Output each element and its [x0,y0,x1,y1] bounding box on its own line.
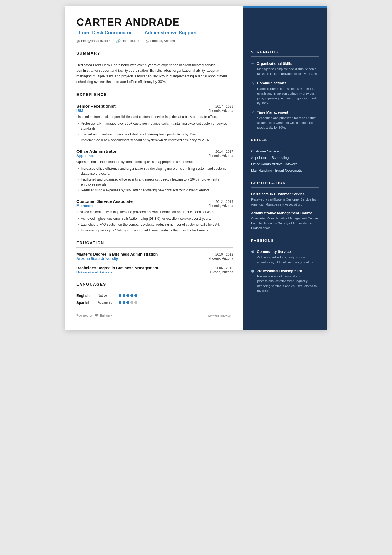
footer-brand: Enhancv [100,314,112,317]
dot [134,294,137,297]
strengths-section: STRENGTHS ✏ Organizational Skills Manage… [251,50,319,130]
passion-desc-2: Passionate about personal and profession… [251,274,319,293]
experience-section: EXPERIENCE Senior Receptionist 2017 - 20… [76,92,233,233]
skill-item-3: Office Administrative Software · [251,162,319,167]
strength-item-2: ☆ Communications Handled clients profess… [251,81,319,106]
job-entry-3: Customer Service Associate 2012 - 2014 M… [76,199,233,233]
passion-title-1: Community Service [257,250,291,254]
edu-location-2: Tucson, Arizona [209,270,233,274]
strength-item-1: ✏ Organizational Skills Managed to compl… [251,61,319,77]
passion-header-1: ☯ Community Service [251,250,319,254]
summary-section: SUMMARY Dedicated Front Desk Coordinator… [76,51,233,85]
passion-title-2: Professional Development [257,269,302,273]
cert-title-1: Certificate in Customer Service [251,192,319,196]
lang-name-1: English [76,293,93,298]
job-header-1: Senior Receptionist 2017 - 2021 [76,104,233,108]
bullet: Facilitated and organized office events … [76,177,233,187]
dot [119,294,121,297]
job-header-2: Office Administrator 2014 - 2017 [76,149,233,154]
job-location-1: Phoenix, Arizona [208,109,233,113]
languages-section: LANGUAGES English Native Spanish Advance… [76,282,233,305]
job-dates-1: 2017 - 2021 [215,105,233,108]
footer-website: www.enhancv.com [208,314,233,317]
languages-title: LANGUAGES [76,282,233,287]
certification-divider [251,187,319,188]
dot [126,301,129,304]
edu-header-1: Master's Degree in Business Administrati… [76,252,233,256]
edu-sub-2: University of Arizona Tucson, Arizona [76,270,233,274]
title-right: Administrative Support [145,30,197,35]
pencil-icon: ✏ [251,61,254,66]
bullet: Reduced supply expenses by 20% after neg… [76,188,233,193]
resume-wrapper: CARTER ANDRADE Front Desk Coordinator | … [65,6,327,330]
title-left: Front Desk Coordinator [79,30,132,35]
cert-desc-2: Completed Administrative Management Cour… [251,216,319,231]
accent-bar [243,6,327,8]
dot [123,294,125,297]
contact-location: ◎ Phoenix, Arizona [146,39,175,43]
job-entry-1: Senior Receptionist 2017 - 2021 IBM Phoe… [76,104,233,143]
job-company-2: Apple Inc. [76,154,94,158]
footer: Powered by ❤ Enhancv www.enhancv.com [76,312,233,319]
cert-item-1: Certificate in Customer Service Received… [251,192,319,207]
skills-section: SKILLS Customer Service · Appointment Sc… [251,138,319,173]
title-separator: | [138,30,139,35]
lang-dots-2 [119,301,137,304]
skills-divider [251,144,319,144]
cert-item-2: Administrative Management Course Complet… [251,211,319,231]
education-title: EDUCATION [76,241,233,245]
skills-title: SKILLS [251,138,319,142]
language-row-1: English Native [76,293,233,298]
strength-desc-2: Handled clients professionally via phone… [251,87,319,106]
bullet: Increased office efficiency and organiza… [76,166,233,176]
left-column: CARTER ANDRADE Front Desk Coordinator | … [65,6,243,330]
skill-item-1: Customer Service · [251,149,319,154]
edu-dates-1: 2010 - 2012 [215,253,233,256]
passions-title: PASSIONS [251,238,319,243]
edu-school-1: Arizona State University [76,256,118,261]
bullet: Professionally managed over 500+ custome… [76,121,233,131]
job-dates-2: 2014 - 2017 [215,150,233,154]
job-location-3: Phoenix, Arizona [208,204,233,208]
certification-title: CERTIFICATION [251,181,319,185]
passions-section: PASSIONS ☯ Community Service Actively in… [251,238,319,293]
development-icon: ◉ [251,268,254,273]
dot [126,294,129,297]
strength-title-3: Time Management [257,110,288,114]
dot [123,301,125,304]
job-bullets-3: Achieved highest customer satisfaction r… [76,216,233,233]
strength-header-3: ⚐ Time Management [251,110,319,115]
email-icon: @ [76,39,80,43]
star-icon: ☆ [251,81,255,85]
certification-section: CERTIFICATION Certificate in Customer Se… [251,181,319,230]
edu-entry-2: Bachelor's Degree in Business Management… [76,266,233,274]
cert-desc-1: Received a certificate in Customer Servi… [251,197,319,207]
strength-header-2: ☆ Communications [251,81,319,85]
job-desc-3: Assisted customers with inquiries and pr… [76,209,233,214]
enhancv-logo-icon: ❤ [94,312,98,319]
strength-title-1: Organizational Skills [257,61,292,66]
job-bullets-1: Professionally managed over 500+ custome… [76,121,233,143]
edu-degree-2: Bachelor's Degree in Business Management [76,266,158,270]
contact-email: @ help@enhancv.com [76,39,111,43]
job-company-3: Microsoft [76,204,93,208]
contact-linkedin[interactable]: 🔗 linkedin.com [116,39,140,43]
dot [134,301,137,304]
candidate-name: CARTER ANDRADE [76,17,233,28]
job-location-2: Phoenix, Arizona [208,154,233,158]
header-contact: @ help@enhancv.com 🔗 linkedin.com ◎ Phoe… [76,39,233,43]
candidate-title: Front Desk Coordinator | Administrative … [76,30,233,36]
job-sub-1: IBM Phoenix, Arizona [76,108,233,113]
strength-title-2: Communications [257,81,286,85]
footer-powered-by: Powered by [76,314,93,317]
bullet: Implemented a new appointment scheduling… [76,138,233,143]
edu-school-2: University of Arizona [76,270,113,274]
edu-entry-1: Master's Degree in Business Administrati… [76,252,233,261]
strengths-title: STRENGTHS [251,50,319,54]
job-dates-3: 2012 - 2014 [215,200,233,204]
bullet: Trained and mentored 3 new front desk st… [76,132,233,137]
edu-location-1: Phoenix, Arizona [208,256,233,261]
lang-dots-1 [119,294,137,297]
job-company-1: IBM [76,108,83,113]
lang-level-2: Advanced [98,300,114,304]
